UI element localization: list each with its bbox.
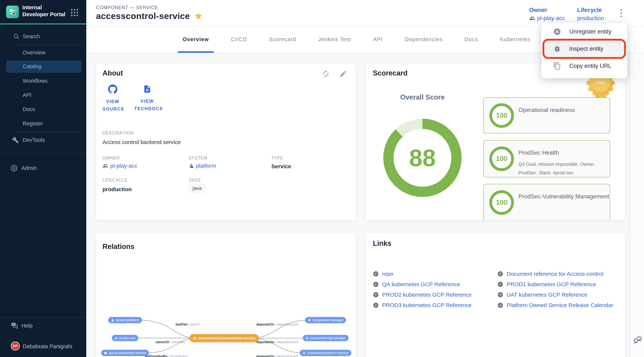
github-icon	[108, 84, 118, 94]
user-name[interactable]: Debabrata Panigrahi	[23, 344, 72, 350]
lifecycle-value: production	[577, 15, 604, 22]
sidebar-item-api[interactable]: API	[0, 89, 86, 101]
link-item: repo	[373, 270, 393, 278]
tab-overview[interactable]: Overview	[178, 26, 214, 52]
edge-label: hasPart / partOf	[176, 322, 199, 326]
system-value-link[interactable]: platform	[196, 163, 216, 169]
links-title: Links	[373, 240, 391, 248]
sidebar-item-label: API	[23, 92, 32, 98]
sidebar-item-devtools[interactable]: DevTools	[0, 134, 86, 146]
component-icon	[306, 336, 309, 340]
tab-dependencies[interactable]: Dependencies	[400, 26, 447, 52]
type-value: Service	[271, 163, 291, 170]
metric-card-prodsec-health[interactable]: 100 ProdSec Health Q4 Goal, mission impo…	[483, 140, 610, 178]
metric-score: 100	[489, 190, 514, 215]
tab-api[interactable]: API	[368, 26, 388, 52]
owner-link[interactable]: pl-play-acc	[537, 15, 565, 22]
feedback-chat-icon[interactable]	[633, 336, 642, 345]
tag-chip[interactable]: java	[188, 184, 206, 193]
edit-icon[interactable]	[339, 70, 347, 78]
view-techdocs-action[interactable]: VIEW TECHDOCS	[132, 85, 162, 112]
node-label: api:accesscontrol-service	[108, 351, 146, 355]
sidebar-item-register[interactable]: Register	[0, 118, 86, 130]
node-pl-play-acc[interactable]: pl-play-acc	[112, 335, 138, 341]
link[interactable]: PROD1 kubernetes GCP Reference	[507, 281, 596, 288]
tab-docs[interactable]: Docs	[460, 26, 483, 52]
link[interactable]: QA kubernetes GCP Reference	[382, 281, 460, 288]
refresh-icon[interactable]	[322, 70, 330, 78]
owner-label: Owner	[529, 7, 565, 14]
right-side-panel	[629, 0, 644, 357]
link[interactable]: UAT kubernetes GCP Reference	[507, 292, 588, 298]
sidebar-item-admin[interactable]: Admin	[0, 162, 86, 174]
link[interactable]: Platform Owned Service Release Calendar	[507, 302, 613, 308]
sidebar-item-label: Overview	[23, 50, 45, 56]
sidebar-item-label: Search	[23, 33, 40, 40]
bug-icon	[553, 45, 561, 53]
node-component-platform-service[interactable]: component:platform-service	[300, 350, 351, 356]
metric-card-operational-readiness[interactable]: 100 Operational readiness	[483, 98, 610, 134]
node-component-manager[interactable]: component:manager	[305, 317, 346, 323]
metric-title: ProdSec-Vulnerability Management	[518, 192, 612, 201]
component-icon	[308, 318, 311, 322]
favorite-star-icon[interactable]	[194, 12, 203, 20]
owner-value-link[interactable]: pl-play-acc	[110, 163, 137, 169]
avatar[interactable]: DP	[11, 342, 20, 350]
people-icon	[102, 163, 108, 168]
menu-item-copy-entity-url[interactable]: Copy entity URL	[541, 58, 627, 74]
link[interactable]: PROD2 kubernetes GCP Reference	[382, 292, 472, 298]
group-icon	[114, 336, 118, 340]
apps-grid-icon[interactable]	[70, 8, 79, 17]
cancel-icon	[553, 28, 561, 36]
node-label: component:platform-service	[307, 351, 348, 355]
node-component-accesscontrol-service[interactable]: component:accesscontrol-service	[189, 334, 259, 342]
link[interactable]: repo	[382, 271, 393, 277]
tab-scorecard[interactable]: Scorecard	[264, 26, 301, 52]
sidebar-accent-bar	[0, 24, 86, 24]
relations-card: Relations system:platform pl-play-acc ap…	[96, 233, 356, 357]
tab-kubernetes[interactable]: Kubernetes	[495, 26, 535, 52]
sidebar-item-label: Catalog	[23, 63, 41, 70]
view-source-action[interactable]: VIEW SOURCE	[100, 84, 126, 113]
app-logo-icon	[6, 6, 19, 18]
sidebar-item-docs[interactable]: Docs	[0, 103, 86, 116]
node-component-ng-manager[interactable]: component:ng-manager	[303, 335, 349, 341]
globe-icon	[497, 302, 503, 308]
node-label: component:accesscontrol-service	[198, 336, 255, 340]
description-label: DESCRIPTION	[102, 130, 134, 136]
metric-score: 100	[489, 103, 514, 128]
link-item: Document reference for Access-control	[497, 270, 604, 278]
sidebar-item-label: Admin	[22, 165, 37, 171]
sidebar-item-help[interactable]: ? Help	[0, 320, 86, 332]
link-item: QA kubernetes GCP Reference	[373, 280, 460, 289]
kebab-menu-icon[interactable]	[617, 9, 625, 20]
edge-label: apiProvidedBy / providesApi	[145, 354, 188, 357]
system-icon	[111, 318, 114, 322]
globe-icon	[373, 292, 379, 298]
sidebar-item-workflows[interactable]: Workflows	[0, 75, 86, 87]
overall-score-value: 88	[409, 144, 436, 172]
menu-item-label: Unregister entity	[569, 28, 612, 35]
link[interactable]: Document reference for Access-control	[507, 271, 604, 277]
sidebar-item-search[interactable]: Search	[0, 30, 86, 43]
breadcrumb: COMPONENT — SERVICE	[96, 5, 158, 10]
metric-title: ProdSec Health	[518, 148, 604, 157]
node-api-accesscontrol-service[interactable]: api:accesscontrol-service	[101, 350, 149, 356]
link-item: PROD3 kubernetes GCP Reference	[373, 301, 472, 310]
tab-cicd[interactable]: CI/CD	[226, 26, 252, 52]
sidebar-item-label: DevTools	[23, 137, 45, 143]
metric-card-prodsec-vulnerability[interactable]: 100 ProdSec-Vulnerability Management	[483, 184, 610, 220]
sidebar-item-overview[interactable]: Overview	[0, 46, 86, 59]
globe-icon	[497, 271, 503, 277]
lifecycle-block: Lifecycle production	[577, 7, 604, 22]
link[interactable]: PROD3 kubernetes GCP Reference	[382, 302, 472, 308]
copy-icon	[553, 62, 561, 70]
tab-jenkins-test[interactable]: Jenkins Test	[313, 26, 356, 52]
menu-item-inspect-entity[interactable]: Inspect entity	[541, 40, 627, 58]
menu-item-unregister-entity[interactable]: Unregister entity	[541, 23, 627, 40]
node-system-platform[interactable]: system:platform	[108, 317, 142, 323]
sidebar-item-catalog[interactable]: Catalog	[6, 60, 82, 73]
globe-icon	[497, 281, 503, 287]
component-icon	[193, 336, 196, 340]
api-icon	[104, 352, 107, 354]
